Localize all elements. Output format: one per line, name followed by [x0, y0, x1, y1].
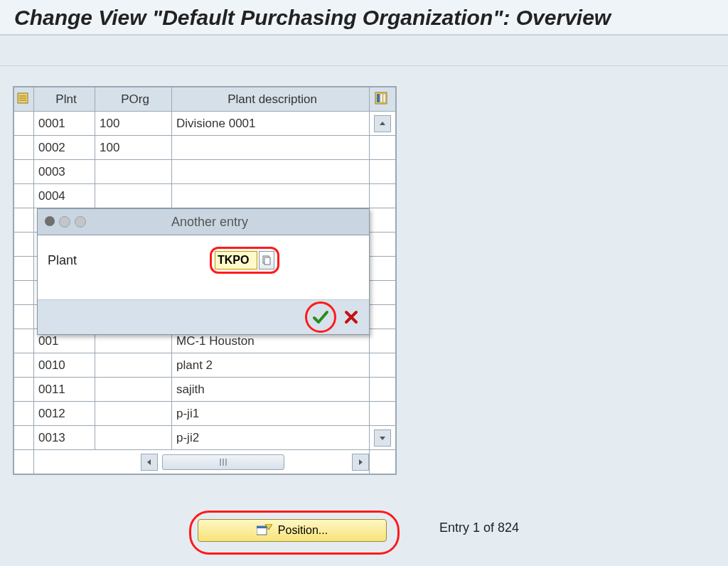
position-button-label: Position...: [278, 524, 328, 537]
table-row: 0003: [14, 160, 396, 184]
cell-desc[interactable]: [172, 160, 370, 184]
vscroll-track: [370, 281, 396, 305]
hscroll-left-button[interactable]: [141, 454, 158, 471]
cell-desc[interactable]: [172, 184, 370, 208]
cell-desc[interactable]: sajith: [172, 378, 370, 402]
title-bar: Change View "Default Purchasing Organiza…: [0, 0, 728, 36]
vscroll-track: [370, 160, 396, 184]
cell-plnt[interactable]: 0002: [34, 136, 95, 160]
highlight-ring: [305, 301, 336, 333]
cell-plnt[interactable]: 0001: [34, 112, 95, 136]
cell-desc[interactable]: Divisione 0001: [172, 112, 370, 136]
table-row: 0004: [14, 184, 396, 208]
row-selector[interactable]: [14, 184, 34, 208]
column-header-select-all[interactable]: [14, 87, 34, 112]
triangle-right-icon: [357, 459, 364, 466]
cell-porg[interactable]: [95, 426, 172, 450]
hscroll-right-button[interactable]: [352, 454, 369, 471]
row-selector[interactable]: [14, 281, 34, 305]
vscroll-track: [370, 184, 396, 208]
cell-plnt[interactable]: 0011: [34, 378, 95, 402]
cell-plnt[interactable]: 0003: [34, 160, 95, 184]
cell-plnt[interactable]: 0010: [34, 353, 95, 378]
cell-porg[interactable]: [95, 378, 172, 402]
plant-input[interactable]: [215, 251, 257, 269]
cell-plnt[interactable]: 0013: [34, 426, 95, 450]
row-selector[interactable]: [14, 305, 34, 329]
column-header-desc[interactable]: Plant description: [172, 87, 370, 112]
window-minimize-icon[interactable]: [59, 216, 70, 228]
vscroll-track: [370, 233, 396, 257]
hscroll-thumb[interactable]: [162, 454, 284, 470]
vscroll-track: [370, 208, 396, 233]
entry-counter: Entry 1 of 824: [439, 520, 519, 535]
vscroll-track: [370, 378, 396, 402]
hscroll-corner: [14, 450, 34, 474]
row-selector[interactable]: [14, 257, 34, 281]
another-entry-dialog: Another entry Plant: [37, 208, 370, 335]
cell-desc[interactable]: [172, 136, 370, 160]
dialog-ok-button[interactable]: [311, 308, 330, 326]
triangle-down-icon: [379, 434, 386, 442]
cell-porg[interactable]: 100: [95, 136, 172, 160]
row-selector[interactable]: [14, 136, 34, 160]
vscroll-track: [370, 257, 396, 281]
dialog-titlebar[interactable]: Another entry: [38, 209, 369, 235]
cell-plnt[interactable]: 0012: [34, 402, 95, 426]
table-row: 0013p-ji2: [14, 426, 396, 450]
cell-porg[interactable]: 100: [95, 112, 172, 136]
cell-desc[interactable]: plant 2: [172, 353, 370, 378]
cell-desc[interactable]: p-ji2: [172, 426, 370, 450]
cell-desc[interactable]: p-ji1: [172, 402, 370, 426]
select-all-icon: [16, 92, 32, 107]
cell-porg[interactable]: [95, 160, 172, 184]
row-selector[interactable]: [14, 329, 34, 353]
window-close-icon[interactable]: [45, 216, 55, 226]
table-row: 0001100Divisione 0001: [14, 112, 396, 136]
vscroll-track: [370, 136, 396, 160]
dialog-title: Another entry: [93, 215, 326, 230]
position-button[interactable]: Position...: [198, 519, 387, 542]
vscroll-down-button[interactable]: [370, 426, 396, 450]
cancel-icon: [343, 309, 359, 325]
row-selector[interactable]: [14, 378, 34, 402]
vscroll-track: [370, 329, 396, 353]
position-icon: [257, 524, 272, 537]
triangle-left-icon: [146, 459, 153, 466]
dialog-cancel-button[interactable]: [343, 309, 359, 325]
cell-plnt[interactable]: 0004: [34, 184, 95, 208]
svg-rect-2: [377, 94, 380, 102]
table-row: 0002100: [14, 136, 396, 160]
table-row: 0012p-ji1: [14, 402, 396, 426]
value-help-button[interactable]: [259, 251, 274, 269]
column-header-settings[interactable]: [370, 87, 396, 112]
vscroll-up-button[interactable]: [370, 112, 396, 136]
row-selector[interactable]: [14, 233, 34, 257]
value-help-icon: [262, 255, 271, 265]
svg-rect-4: [383, 94, 385, 102]
table-row: 0010plant 2: [14, 353, 396, 378]
row-selector[interactable]: [14, 353, 34, 378]
row-selector[interactable]: [14, 112, 34, 136]
vscroll-track: [370, 353, 396, 378]
svg-rect-6: [264, 257, 270, 265]
plant-field-label: Plant: [48, 253, 204, 268]
cell-porg[interactable]: [95, 184, 172, 208]
vscroll-track: [370, 402, 396, 426]
highlight-ring: [210, 247, 279, 274]
column-header-porg[interactable]: POrg: [95, 87, 172, 112]
table-row: 0011sajith: [14, 378, 396, 402]
row-selector[interactable]: [14, 208, 34, 233]
hscroll-corner-right: [370, 450, 396, 474]
row-selector[interactable]: [14, 402, 34, 426]
cell-porg[interactable]: [95, 353, 172, 378]
vscroll-track: [370, 305, 396, 329]
svg-rect-8: [257, 526, 267, 528]
row-selector[interactable]: [14, 426, 34, 450]
cell-porg[interactable]: [95, 402, 172, 426]
checkmark-icon: [311, 308, 330, 326]
column-header-plnt[interactable]: Plnt: [34, 87, 95, 112]
window-zoom-icon[interactable]: [75, 216, 86, 228]
row-selector[interactable]: [14, 160, 34, 184]
application-toolbar: [0, 36, 728, 66]
